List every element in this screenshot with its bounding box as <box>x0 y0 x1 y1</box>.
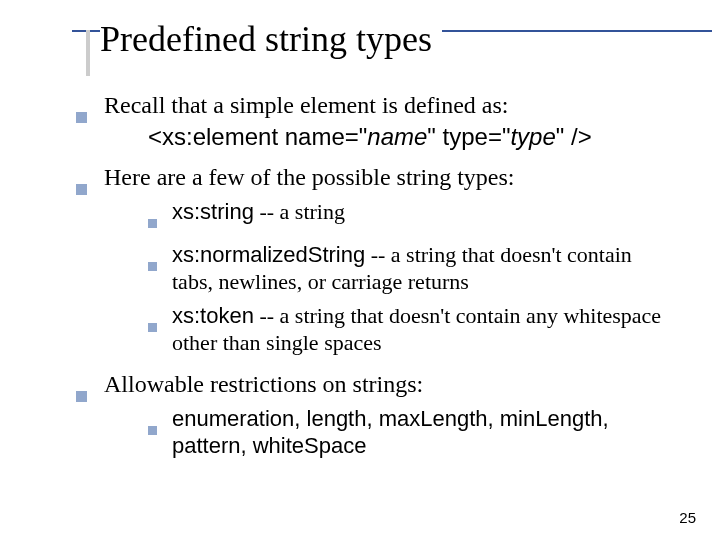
bullet-restrictions: Allowable restrictions on strings: enume… <box>76 369 676 466</box>
page-number: 25 <box>679 509 696 526</box>
restrictions-list: enumeration, length, maxLength, minLengt… <box>104 405 676 460</box>
slide-title: Predefined string types <box>100 20 442 60</box>
slide-body: Recall that a simple element is defined … <box>76 90 676 472</box>
title-vertical-accent <box>86 30 90 76</box>
type-code: xs:normalizedString <box>172 242 365 267</box>
slide: Predefined string types Recall that a si… <box>0 0 720 540</box>
list-item: xs:normalizedString -- a string that doe… <box>148 241 676 296</box>
type-code: xs:token <box>172 303 254 328</box>
bullet-icon <box>76 162 104 363</box>
bullet-icon <box>148 302 172 357</box>
type-desc: -- a string <box>254 199 345 224</box>
list-item: enumeration, length, maxLength, minLengt… <box>148 405 676 460</box>
restrictions-text: enumeration, length, maxLength, minLengt… <box>172 405 676 460</box>
bullet-recall: Recall that a simple element is defined … <box>76 90 676 156</box>
bullet-icon <box>148 241 172 296</box>
bullet-few: Here are a few of the possible string ty… <box>76 162 676 363</box>
list-item: xs:token -- a string that doesn't contai… <box>148 302 676 357</box>
bullet-icon <box>76 369 104 466</box>
bullet-text: Allowable restrictions on strings: <box>104 371 423 397</box>
bullet-text: Recall that a simple element is defined … <box>104 92 509 118</box>
type-code: xs:string <box>172 199 254 224</box>
element-syntax: <xs:element name="name" type="type" /> <box>148 122 676 152</box>
list-item: xs:string -- a string <box>148 198 676 235</box>
bullet-icon <box>148 405 172 460</box>
bullet-text: Here are a few of the possible string ty… <box>104 164 515 190</box>
string-types-list: xs:string -- a string xs:normalizedStrin… <box>104 198 676 357</box>
bullet-icon <box>76 90 104 156</box>
bullet-icon <box>148 198 172 235</box>
